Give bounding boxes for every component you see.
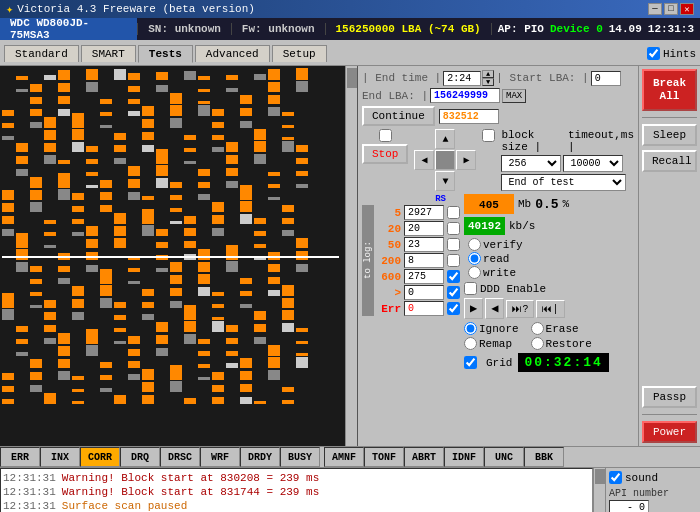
back-button[interactable]: ◀ [485, 298, 504, 319]
test-checkbox[interactable] [379, 129, 392, 142]
status-bbk[interactable]: BBK [524, 447, 564, 467]
stat-gt-check[interactable] [447, 286, 460, 299]
skip-forward-button[interactable]: ⏭? [506, 300, 534, 318]
time-down-btn[interactable]: ▼ [482, 78, 494, 86]
play-button[interactable]: ▶ [464, 298, 483, 319]
arrow-center-btn[interactable] [435, 150, 455, 170]
tab-advanced[interactable]: Advanced [195, 45, 270, 62]
status-drq[interactable]: DRQ [120, 447, 160, 467]
arrow-grid: ▲ ◀ ▶ ▼ [414, 129, 476, 191]
title-bar: ✦ Victoria 4.3 Freeware (beta version) ─… [0, 0, 700, 18]
drive-clock: 12:31:3 [648, 23, 694, 35]
verify-radio[interactable] [468, 238, 481, 251]
api-value-input[interactable] [609, 500, 649, 512]
block-size-select[interactable]: 2565121024 [501, 155, 561, 172]
sound-checkbox[interactable] [609, 471, 622, 484]
percent-value: 0.5 [535, 197, 558, 212]
recall-button[interactable]: Recall [642, 150, 697, 172]
status-tonf[interactable]: TONF [364, 447, 404, 467]
stat-gt-value: 0 [404, 285, 444, 300]
arrow-up-btn[interactable]: ▲ [435, 129, 455, 149]
status-drsc[interactable]: DRSC [160, 447, 200, 467]
status-amnf[interactable]: AMNF [324, 447, 364, 467]
stat-err-check[interactable] [447, 302, 460, 315]
api-label: API number [609, 488, 697, 499]
stat-20-label: 20 [376, 223, 401, 235]
log-scrollbar[interactable] [593, 468, 605, 512]
arrow-left-btn[interactable]: ◀ [414, 150, 434, 170]
progress-input[interactable] [439, 109, 499, 124]
ddd-enable-checkbox[interactable] [464, 282, 477, 295]
erase-radio[interactable] [531, 322, 544, 335]
percent-label: % [563, 198, 570, 210]
scrollbar-thumb[interactable] [347, 68, 357, 88]
stat-600-check[interactable] [447, 270, 460, 283]
time-up-btn[interactable]: ▲ [482, 70, 494, 78]
stop-button[interactable]: Stop [362, 144, 408, 164]
verify-label: verify [483, 239, 523, 251]
remap-label: Remap [479, 338, 512, 350]
restore-label: Restore [546, 338, 592, 350]
playback-controls: ▶ ◀ ⏭? ⏮| [464, 298, 634, 319]
break-all-button[interactable]: BreakAll [642, 69, 697, 111]
read-radio[interactable] [468, 252, 481, 265]
end-lba-input[interactable] [430, 88, 500, 103]
close-button[interactable]: ✕ [680, 3, 694, 15]
minimize-button[interactable]: ─ [648, 3, 662, 15]
log-area: 12:31:31 Warning! Block start at 830208 … [0, 468, 700, 512]
log-text-1: Warning! Block start at 830208 = 239 ms [62, 472, 319, 484]
start-lba-input[interactable] [591, 71, 621, 86]
status-inx[interactable]: INX [40, 447, 80, 467]
tab-standard[interactable]: Standard [4, 45, 79, 62]
sn-label: SN: [148, 23, 168, 35]
log-messages: 12:31:31 Warning! Block start at 830208 … [0, 468, 593, 512]
status-wrf[interactable]: WRF [200, 447, 240, 467]
tab-tests[interactable]: Tests [138, 45, 193, 63]
status-idnf[interactable]: IDNF [444, 447, 484, 467]
remap-radio[interactable] [464, 337, 477, 350]
stat-200-label: 200 [376, 255, 401, 267]
status-unc[interactable]: UNC [484, 447, 524, 467]
stat-5-label: 5 [376, 207, 401, 219]
stat-50-check[interactable] [447, 238, 460, 251]
arrow-down-btn[interactable]: ▼ [435, 171, 455, 191]
log-line-3: 12:31:31 Surface scan paused [3, 499, 590, 512]
rs-label[interactable]: RS [435, 194, 446, 204]
stat-20-check[interactable] [447, 222, 460, 235]
disk-map-canvas [0, 66, 358, 446]
block-size-label: block size | [501, 129, 564, 153]
stat-5-check[interactable] [447, 206, 460, 219]
log-time-1: 12:31:31 [3, 472, 56, 484]
write-radio[interactable] [468, 266, 481, 279]
status-dropdown[interactable]: End of test Loop [501, 174, 626, 191]
sleep-button[interactable]: Sleep [642, 124, 697, 146]
passp-button[interactable]: Passp [642, 386, 697, 408]
continue-button[interactable]: Continue [362, 106, 435, 126]
hints-checkbox[interactable] [647, 47, 660, 60]
timeout-select[interactable]: 10000500030000 [563, 155, 623, 172]
status-err[interactable]: ERR [0, 447, 40, 467]
tab-setup[interactable]: Setup [272, 45, 327, 62]
grid-checkbox[interactable] [464, 356, 477, 369]
status-busy[interactable]: BUSY [280, 447, 320, 467]
status-bar: ERR INX CORR DRQ DRSC WRF DRDY BUSY AMNF… [0, 446, 700, 468]
disk-map-scrollbar[interactable] [345, 66, 357, 446]
status-drdy[interactable]: DRDY [240, 447, 280, 467]
ignore-radio[interactable] [464, 322, 477, 335]
max-button[interactable]: MAX [502, 89, 526, 103]
log-scroll-thumb[interactable] [595, 469, 605, 484]
time-display: 00:32:14 [518, 353, 608, 372]
status-corr[interactable]: CORR [80, 447, 120, 467]
maximize-button[interactable]: □ [664, 3, 678, 15]
stat-20-value: 20 [404, 221, 444, 236]
status-abrt[interactable]: ABRT [404, 447, 444, 467]
time-input[interactable] [443, 71, 481, 86]
power-button[interactable]: Power [642, 421, 697, 443]
arrow-right-btn[interactable]: ▶ [456, 150, 476, 170]
ap-pio: AP: PIO [498, 23, 544, 35]
tab-smart[interactable]: SMART [81, 45, 136, 62]
skip-back-button[interactable]: ⏮| [536, 300, 564, 318]
stat-200-check[interactable] [447, 254, 460, 267]
arrows-checkbox[interactable] [482, 129, 495, 142]
restore-radio[interactable] [531, 337, 544, 350]
